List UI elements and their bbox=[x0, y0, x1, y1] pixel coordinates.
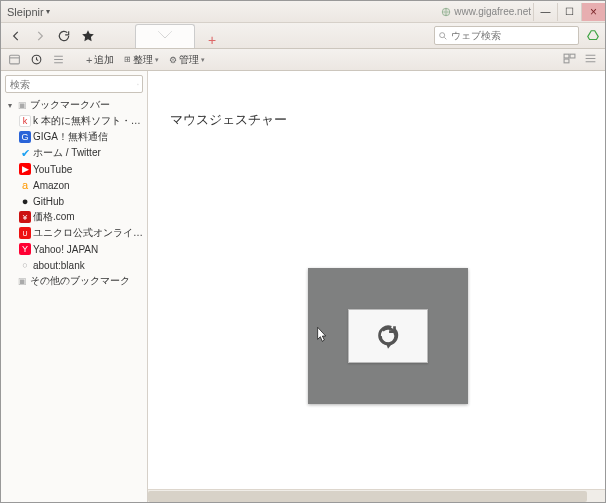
tree-folder-other[interactable]: ▾ ▣ その他のブックマーク bbox=[1, 273, 147, 289]
close-button[interactable]: × bbox=[581, 3, 605, 21]
panel-history-icon[interactable] bbox=[29, 53, 43, 66]
tree-item[interactable]: ●GitHub bbox=[1, 193, 147, 209]
drive-icon[interactable] bbox=[586, 29, 600, 43]
bookmark-sidebar: ▾ ▣ ブックマークバー kk 本的に無料ソフト・フリーソフト GGIGA！無料… bbox=[1, 71, 148, 502]
svg-point-1 bbox=[440, 32, 445, 37]
maximize-button[interactable]: ☐ bbox=[557, 3, 581, 21]
search-icon bbox=[137, 79, 139, 90]
tree-item[interactable]: GGIGA！無料通信 bbox=[1, 129, 147, 145]
minimize-button[interactable]: — bbox=[533, 3, 557, 21]
site-icon: k bbox=[19, 115, 31, 127]
yahoo-icon: Y bbox=[19, 243, 31, 255]
tree-item[interactable]: Uユニクロ公式オンラインストア bbox=[1, 225, 147, 241]
back-button[interactable] bbox=[9, 29, 23, 43]
bookmark-search-input[interactable] bbox=[6, 79, 137, 90]
github-icon: ● bbox=[19, 195, 31, 207]
web-search-input[interactable] bbox=[451, 30, 578, 41]
toolbar-windows-icon[interactable] bbox=[563, 53, 576, 66]
twitter-icon: ✔ bbox=[19, 147, 31, 159]
globe-icon bbox=[441, 7, 451, 17]
reload-icon bbox=[375, 323, 401, 349]
tree-item[interactable]: ○about:blank bbox=[1, 257, 147, 273]
favorite-button[interactable] bbox=[81, 29, 95, 43]
folder-icon: ▣ bbox=[16, 99, 28, 111]
tree-item[interactable]: ▶YouTube bbox=[1, 161, 147, 177]
youtube-icon: ▶ bbox=[19, 163, 31, 175]
svg-rect-5 bbox=[570, 54, 575, 58]
svg-rect-4 bbox=[564, 54, 569, 58]
tree-item[interactable]: ¥価格.com bbox=[1, 209, 147, 225]
app-title[interactable]: Sleipnir▾ bbox=[1, 6, 50, 18]
bookmark-manage-button[interactable]: ⚙管理▾ bbox=[166, 52, 208, 68]
gesture-overlay bbox=[308, 268, 468, 404]
tree-item[interactable]: aAmazon bbox=[1, 177, 147, 193]
panel-bookmarks-icon[interactable] bbox=[7, 53, 21, 66]
toolbar-menu-icon[interactable] bbox=[584, 53, 597, 66]
tree-folder-root[interactable]: ▾ ▣ ブックマークバー bbox=[1, 97, 147, 113]
uniqlo-icon: U bbox=[19, 227, 31, 239]
active-tab[interactable] bbox=[135, 24, 195, 48]
svg-rect-6 bbox=[564, 59, 569, 63]
svg-point-7 bbox=[137, 83, 138, 84]
tree-item[interactable]: kk 本的に無料ソフト・フリーソフト bbox=[1, 113, 147, 129]
tree-item[interactable]: ✔ホーム / Twitter bbox=[1, 145, 147, 161]
amazon-icon: a bbox=[19, 179, 31, 191]
reload-button[interactable] bbox=[57, 29, 71, 43]
url-display[interactable]: www.gigafree.net bbox=[441, 6, 533, 17]
tree-item[interactable]: YYahoo! JAPAN bbox=[1, 241, 147, 257]
horizontal-scrollbar[interactable] bbox=[148, 489, 605, 502]
blank-icon: ○ bbox=[19, 259, 31, 271]
site-icon: G bbox=[19, 131, 31, 143]
mouse-cursor bbox=[313, 326, 329, 346]
web-search-box[interactable] bbox=[434, 26, 579, 45]
panel-downloads-icon[interactable] bbox=[51, 53, 65, 66]
page-heading: マウスジェスチャー bbox=[148, 71, 605, 129]
bookmark-search-box[interactable] bbox=[5, 75, 143, 93]
bookmark-organize-button[interactable]: ⊞整理▾ bbox=[121, 52, 162, 68]
search-icon bbox=[438, 30, 448, 42]
forward-button[interactable] bbox=[33, 29, 47, 43]
bookmark-add-button[interactable]: +追加 bbox=[83, 52, 117, 68]
kakaku-icon: ¥ bbox=[19, 211, 31, 223]
page-content: マウスジェスチャー bbox=[148, 71, 605, 502]
gesture-action-tile bbox=[348, 309, 428, 363]
svg-rect-2 bbox=[9, 55, 19, 64]
folder-icon: ▣ bbox=[16, 275, 28, 287]
scrollbar-thumb[interactable] bbox=[148, 491, 587, 502]
new-tab-button[interactable]: + bbox=[199, 32, 225, 48]
